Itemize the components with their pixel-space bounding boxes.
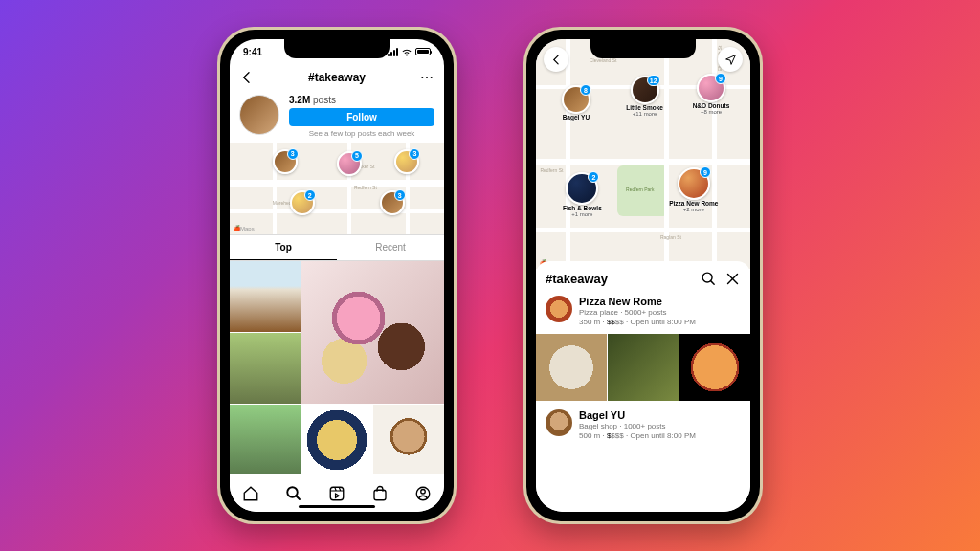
feed-tabs: Top Recent (230, 234, 444, 261)
chevron-left-icon (550, 54, 563, 66)
map-pin-bagel-yu[interactable]: 8 Bagel YU (562, 85, 590, 114)
home-icon[interactable] (242, 485, 259, 502)
post-thumbnail[interactable] (373, 405, 444, 475)
phone-map-view: Cleveland St Elizabeth St Redfern St Rag… (523, 27, 763, 524)
map-pin-pizza-new-rome[interactable]: 9 Pizza New Rome+2 more (678, 167, 710, 200)
place-gallery (536, 334, 750, 401)
phone-hashtag-view: 9:41 #takeaway 3.2M posts Follow See a f… (217, 27, 457, 524)
svg-point-0 (421, 77, 423, 78)
map-pin-little-smoke[interactable]: 12 Little Smoke+11 more (631, 76, 659, 104)
close-icon[interactable] (724, 271, 741, 287)
place-avatar (546, 296, 572, 322)
phone-notch (284, 39, 390, 58)
svg-point-2 (431, 77, 433, 78)
map-pin-no-donuts[interactable]: 9 N&O Donuts+8 more (697, 74, 725, 102)
tab-recent[interactable]: Recent (337, 235, 444, 260)
reels-icon[interactable] (328, 485, 345, 502)
places-sheet[interactable]: #takeaway Pizza New Rome Pizza place · 5… (536, 261, 750, 512)
svg-rect-5 (374, 490, 386, 500)
search-icon[interactable] (701, 271, 717, 287)
hashtag-navbar: #takeaway (230, 64, 444, 91)
post-count: 3.2M posts (289, 95, 434, 105)
svg-point-7 (420, 489, 425, 494)
hashtag-header: 3.2M posts Follow See a few top posts ea… (230, 91, 444, 143)
status-time: 9:41 (243, 47, 262, 57)
home-indicator (299, 505, 375, 508)
map-pin[interactable]: 3 (273, 149, 298, 174)
map-pin[interactable]: 2 (290, 190, 315, 215)
svg-point-1 (426, 77, 428, 78)
places-map[interactable]: Cleveland St Elizabeth St Redfern St Rag… (536, 39, 750, 269)
profile-icon[interactable] (414, 485, 432, 502)
map-pin-fish-bowls[interactable]: 2 Fish & Bowls+1 more (566, 172, 598, 205)
tab-top[interactable]: Top (230, 235, 337, 260)
location-arrow-icon (724, 54, 737, 66)
post-thumbnail[interactable] (230, 405, 301, 475)
place-meta-2: 350 m · $$$$ · Open until 8:00 PM (579, 318, 741, 326)
map-attribution: 🍎Maps (234, 225, 255, 231)
map-pin[interactable]: 3 (380, 190, 405, 215)
place-meta-1: Bagel shop · 1000+ posts (579, 422, 741, 430)
wifi-icon (401, 48, 412, 56)
map-back-button[interactable] (544, 47, 568, 72)
back-icon[interactable] (239, 70, 255, 85)
place-thumbnail[interactable] (536, 334, 607, 401)
post-thumbnail[interactable] (230, 261, 301, 332)
place-avatar (546, 409, 572, 436)
place-row[interactable]: Pizza New Rome Pizza place · 5000+ posts… (546, 293, 741, 330)
map-pin[interactable]: 3 (394, 149, 419, 174)
post-thumbnail[interactable] (230, 333, 301, 404)
shop-icon[interactable] (371, 485, 389, 502)
hashtag-avatar[interactable] (239, 95, 279, 135)
hashtag-map-preview[interactable]: Redfern St Walker St Morehead St 3 5 3 2… (230, 143, 444, 234)
more-icon[interactable] (419, 70, 434, 85)
post-thumbnail[interactable] (301, 405, 372, 475)
map-pin[interactable]: 5 (337, 151, 362, 176)
sheet-title: #takeaway (546, 272, 693, 286)
place-meta-2: 500 m · $$$$ · Open until 8:00 PM (579, 431, 741, 440)
map-locate-button[interactable] (718, 47, 743, 72)
follow-button[interactable]: Follow (289, 108, 434, 126)
follow-hint: See a few top posts each week (289, 129, 434, 138)
post-grid (230, 261, 444, 475)
post-thumbnail[interactable] (301, 261, 444, 404)
place-row[interactable]: Bagel YU Bagel shop · 1000+ posts 500 m … (546, 407, 741, 444)
place-thumbnail[interactable] (608, 334, 679, 401)
search-icon[interactable] (285, 485, 302, 502)
phone-notch (590, 39, 696, 58)
place-thumbnail[interactable] (679, 334, 750, 401)
page-title: #takeaway (308, 71, 366, 84)
place-name: Pizza New Rome (579, 296, 741, 307)
battery-icon (415, 48, 431, 55)
place-meta-1: Pizza place · 5000+ posts (579, 308, 741, 317)
place-name: Bagel YU (579, 409, 741, 421)
svg-rect-4 (330, 487, 344, 500)
bottom-nav (230, 474, 444, 512)
